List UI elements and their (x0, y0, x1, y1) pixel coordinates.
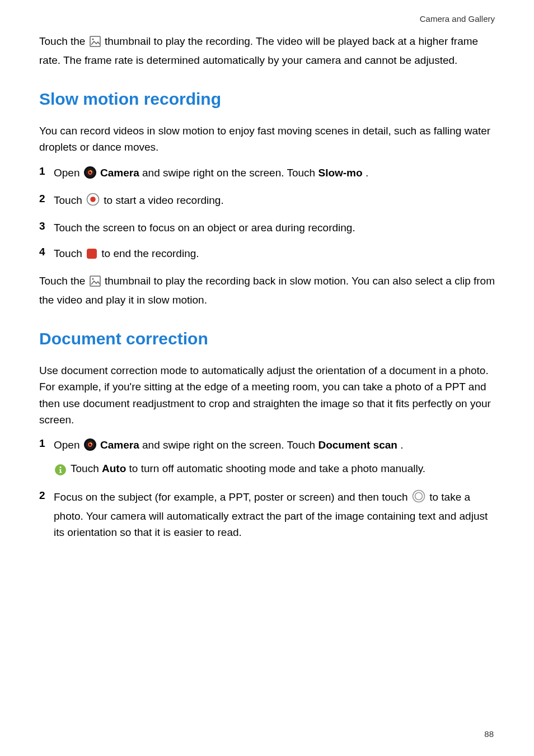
shutter-icon (412, 489, 425, 507)
text: and swipe right on the screen. Touch (142, 167, 318, 179)
gallery-icon (90, 275, 101, 291)
steps-list: 1 Open Camera and swipe right on the scr… (39, 165, 495, 268)
text: Focus on the subject (for example, a PPT… (54, 491, 411, 503)
text: . (400, 439, 403, 451)
list-item: 2 Focus on the subject (for example, a P… (39, 489, 495, 544)
section-heading-document-correction: Document correction (39, 326, 495, 352)
record-icon (86, 193, 100, 211)
text: Touch the (39, 35, 88, 47)
text: to start a video recording. (104, 194, 223, 206)
camera-app-icon (84, 166, 96, 183)
label: Camera (100, 167, 139, 179)
page-header: Camera and Gallery (39, 12, 495, 25)
text: Touch (54, 248, 85, 259)
section-outro: Touch the thumbnail to play the recordin… (39, 273, 495, 308)
info-note: Touch Auto to turn off automatic shootin… (54, 460, 495, 480)
step-number: 2 (39, 489, 54, 544)
step-number: 1 (39, 437, 54, 480)
text: Touch (54, 194, 85, 206)
camera-app-icon (84, 438, 96, 455)
section-intro: You can record videos in slow motion to … (39, 123, 495, 156)
page-number: 88 (484, 727, 494, 740)
label: Slow-mo (318, 167, 362, 179)
label: Document scan (318, 439, 397, 451)
text: thumbnail to play the recording back in … (39, 275, 495, 305)
list-item: 3 Touch the screen to focus on an object… (39, 220, 495, 239)
text: Open (54, 439, 83, 451)
list-item: 1 Open Camera and swipe right on the scr… (39, 437, 495, 480)
text: Touch the screen to focus on an object o… (54, 220, 495, 236)
text: to turn off automatic shooting mode and … (129, 463, 426, 474)
list-item: 4 Touch to end the recording. (39, 245, 495, 267)
section-heading-slow-motion: Slow motion recording (39, 86, 495, 113)
step-number: 1 (39, 165, 54, 186)
step-number: 3 (39, 220, 54, 239)
text: . (366, 167, 368, 179)
text: Touch (71, 463, 102, 474)
label: Camera (100, 439, 139, 451)
section-intro: Use document correction mode to automati… (39, 362, 495, 428)
text: thumbnail to play the recording. The vid… (39, 35, 478, 66)
text: to end the recording. (101, 248, 199, 259)
gallery-icon (90, 35, 101, 52)
step-number: 2 (39, 192, 54, 214)
stop-icon (86, 248, 97, 264)
label: Auto (102, 463, 126, 474)
text: Open (54, 167, 83, 179)
info-icon (55, 464, 66, 480)
text: Touch the (39, 275, 88, 287)
text: and swipe right on the screen. Touch (142, 439, 318, 451)
intro-paragraph: Touch the thumbnail to play the recordin… (39, 33, 495, 68)
list-item: 2 Touch to start a video recording. (39, 192, 495, 214)
list-item: 1 Open Camera and swipe right on the scr… (39, 165, 495, 186)
steps-list: 1 Open Camera and swipe right on the scr… (39, 437, 495, 544)
step-number: 4 (39, 245, 54, 267)
